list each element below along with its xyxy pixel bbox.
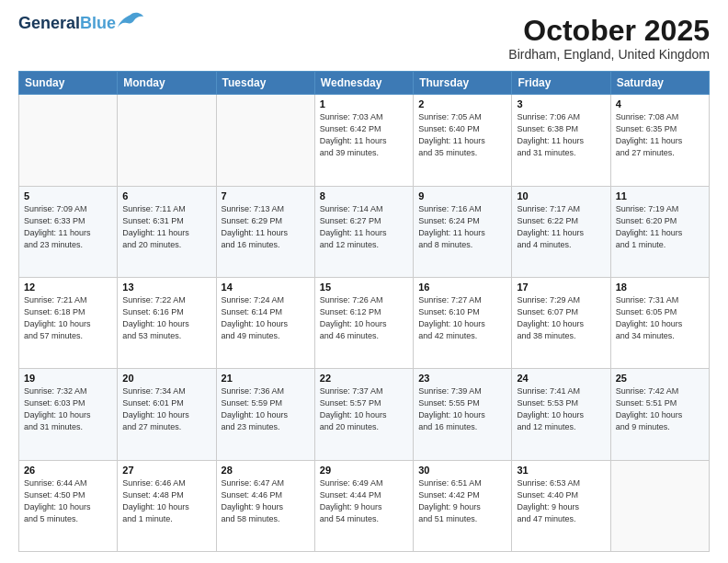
calendar-cell: 22Sunrise: 7:37 AM Sunset: 5:57 PM Dayli…: [314, 369, 413, 460]
calendar-cell: 7Sunrise: 7:13 AM Sunset: 6:29 PM Daylig…: [216, 186, 314, 277]
calendar-cell: 1Sunrise: 7:03 AM Sunset: 6:42 PM Daylig…: [314, 95, 413, 186]
day-number: 11: [616, 190, 704, 201]
calendar-cell: 17Sunrise: 7:29 AM Sunset: 6:07 PM Dayli…: [512, 277, 610, 368]
calendar-cell: [19, 95, 118, 186]
col-saturday: Saturday: [610, 72, 709, 95]
calendar-cell: 29Sunrise: 6:49 AM Sunset: 4:44 PM Dayli…: [314, 460, 413, 551]
day-info: Sunrise: 6:51 AM Sunset: 4:42 PM Dayligh…: [418, 477, 506, 525]
calendar-cell: 30Sunrise: 6:51 AM Sunset: 4:42 PM Dayli…: [414, 460, 512, 551]
calendar-cell: 23Sunrise: 7:39 AM Sunset: 5:55 PM Dayli…: [414, 369, 512, 460]
day-number: 2: [418, 98, 506, 109]
day-info: Sunrise: 7:19 AM Sunset: 6:20 PM Dayligh…: [616, 203, 704, 251]
day-info: Sunrise: 7:41 AM Sunset: 5:53 PM Dayligh…: [517, 385, 605, 433]
day-number: 6: [122, 190, 210, 201]
calendar-cell: 14Sunrise: 7:24 AM Sunset: 6:14 PM Dayli…: [216, 277, 314, 368]
day-number: 3: [517, 98, 605, 109]
day-info: Sunrise: 6:46 AM Sunset: 4:48 PM Dayligh…: [122, 477, 210, 525]
col-wednesday: Wednesday: [314, 72, 413, 95]
day-info: Sunrise: 7:42 AM Sunset: 5:51 PM Dayligh…: [616, 385, 704, 433]
calendar-cell: 2Sunrise: 7:05 AM Sunset: 6:40 PM Daylig…: [414, 95, 512, 186]
calendar-week-1: 1Sunrise: 7:03 AM Sunset: 6:42 PM Daylig…: [19, 95, 710, 186]
calendar-week-3: 12Sunrise: 7:21 AM Sunset: 6:18 PM Dayli…: [19, 277, 710, 368]
day-info: Sunrise: 7:36 AM Sunset: 5:59 PM Dayligh…: [222, 385, 310, 433]
day-number: 8: [320, 190, 408, 201]
day-number: 31: [517, 465, 605, 476]
logo-bird-icon: [118, 11, 143, 31]
calendar-cell: 20Sunrise: 7:34 AM Sunset: 6:01 PM Dayli…: [118, 369, 216, 460]
calendar-cell: 13Sunrise: 7:22 AM Sunset: 6:16 PM Dayli…: [118, 277, 216, 368]
col-friday: Friday: [512, 72, 610, 95]
calendar-cell: 5Sunrise: 7:09 AM Sunset: 6:33 PM Daylig…: [19, 186, 118, 277]
day-number: 27: [122, 465, 210, 476]
day-number: 1: [320, 98, 408, 109]
month-title: October 2025: [508, 15, 710, 47]
header-row: Sunday Monday Tuesday Wednesday Thursday…: [19, 72, 710, 95]
day-number: 7: [222, 190, 310, 201]
day-number: 30: [418, 465, 506, 476]
day-number: 12: [24, 282, 112, 293]
day-number: 29: [320, 465, 408, 476]
col-thursday: Thursday: [414, 72, 512, 95]
col-monday: Monday: [118, 72, 216, 95]
day-number: 14: [222, 282, 310, 293]
title-block: October 2025 Birdham, England, United Ki…: [508, 15, 710, 62]
calendar-week-2: 5Sunrise: 7:09 AM Sunset: 6:33 PM Daylig…: [19, 186, 710, 277]
calendar-cell: 21Sunrise: 7:36 AM Sunset: 5:59 PM Dayli…: [216, 369, 314, 460]
day-number: 21: [222, 373, 310, 384]
calendar-cell: 16Sunrise: 7:27 AM Sunset: 6:10 PM Dayli…: [414, 277, 512, 368]
day-info: Sunrise: 7:11 AM Sunset: 6:31 PM Dayligh…: [122, 203, 210, 251]
calendar-cell: [118, 95, 216, 186]
day-number: 5: [24, 190, 112, 201]
day-info: Sunrise: 7:06 AM Sunset: 6:38 PM Dayligh…: [517, 111, 605, 159]
calendar-cell: 8Sunrise: 7:14 AM Sunset: 6:27 PM Daylig…: [314, 186, 413, 277]
day-info: Sunrise: 6:47 AM Sunset: 4:46 PM Dayligh…: [222, 477, 310, 525]
day-number: 15: [320, 282, 408, 293]
day-number: 25: [616, 373, 704, 384]
page: GeneralBlue October 2025 Birdham, Englan…: [0, 0, 728, 563]
calendar-cell: 4Sunrise: 7:08 AM Sunset: 6:35 PM Daylig…: [610, 95, 709, 186]
day-number: 13: [122, 282, 210, 293]
calendar-week-4: 19Sunrise: 7:32 AM Sunset: 6:03 PM Dayli…: [19, 369, 710, 460]
day-info: Sunrise: 7:17 AM Sunset: 6:22 PM Dayligh…: [517, 203, 605, 251]
calendar-cell: 19Sunrise: 7:32 AM Sunset: 6:03 PM Dayli…: [19, 369, 118, 460]
day-number: 24: [517, 373, 605, 384]
day-info: Sunrise: 7:26 AM Sunset: 6:12 PM Dayligh…: [320, 294, 408, 342]
day-info: Sunrise: 7:39 AM Sunset: 5:55 PM Dayligh…: [418, 385, 506, 433]
day-number: 22: [320, 373, 408, 384]
day-number: 26: [24, 465, 112, 476]
day-number: 16: [418, 282, 506, 293]
calendar-cell: 31Sunrise: 6:53 AM Sunset: 4:40 PM Dayli…: [512, 460, 610, 551]
day-number: 4: [616, 98, 704, 109]
day-info: Sunrise: 7:16 AM Sunset: 6:24 PM Dayligh…: [418, 203, 506, 251]
day-info: Sunrise: 7:27 AM Sunset: 6:10 PM Dayligh…: [418, 294, 506, 342]
logo-text: GeneralBlue: [18, 15, 116, 33]
calendar-week-5: 26Sunrise: 6:44 AM Sunset: 4:50 PM Dayli…: [19, 460, 710, 551]
col-sunday: Sunday: [19, 72, 118, 95]
day-info: Sunrise: 7:14 AM Sunset: 6:27 PM Dayligh…: [320, 203, 408, 251]
location: Birdham, England, United Kingdom: [508, 47, 710, 62]
calendar-cell: 27Sunrise: 6:46 AM Sunset: 4:48 PM Dayli…: [118, 460, 216, 551]
day-info: Sunrise: 7:22 AM Sunset: 6:16 PM Dayligh…: [122, 294, 210, 342]
day-number: 28: [222, 465, 310, 476]
day-number: 23: [418, 373, 506, 384]
header: GeneralBlue October 2025 Birdham, Englan…: [18, 15, 710, 62]
day-number: 9: [418, 190, 506, 201]
day-info: Sunrise: 7:29 AM Sunset: 6:07 PM Dayligh…: [517, 294, 605, 342]
day-info: Sunrise: 6:44 AM Sunset: 4:50 PM Dayligh…: [24, 477, 112, 525]
day-info: Sunrise: 7:31 AM Sunset: 6:05 PM Dayligh…: [616, 294, 704, 342]
calendar-cell: 24Sunrise: 7:41 AM Sunset: 5:53 PM Dayli…: [512, 369, 610, 460]
day-info: Sunrise: 7:24 AM Sunset: 6:14 PM Dayligh…: [222, 294, 310, 342]
calendar-cell: 25Sunrise: 7:42 AM Sunset: 5:51 PM Dayli…: [610, 369, 709, 460]
col-tuesday: Tuesday: [216, 72, 314, 95]
day-number: 17: [517, 282, 605, 293]
calendar-cell: [216, 95, 314, 186]
day-info: Sunrise: 7:08 AM Sunset: 6:35 PM Dayligh…: [616, 111, 704, 159]
calendar-cell: 12Sunrise: 7:21 AM Sunset: 6:18 PM Dayli…: [19, 277, 118, 368]
day-number: 20: [122, 373, 210, 384]
calendar-cell: 6Sunrise: 7:11 AM Sunset: 6:31 PM Daylig…: [118, 186, 216, 277]
calendar-cell: 10Sunrise: 7:17 AM Sunset: 6:22 PM Dayli…: [512, 186, 610, 277]
calendar-cell: 11Sunrise: 7:19 AM Sunset: 6:20 PM Dayli…: [610, 186, 709, 277]
day-number: 10: [517, 190, 605, 201]
day-info: Sunrise: 6:49 AM Sunset: 4:44 PM Dayligh…: [320, 477, 408, 525]
day-number: 18: [616, 282, 704, 293]
